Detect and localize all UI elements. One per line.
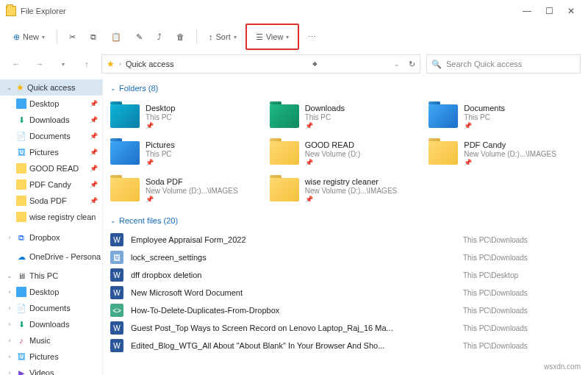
view-icon: ☰ xyxy=(256,32,263,42)
toolbar: ⊕ New ▾ ✂ ⧉ 📋 ✎ ⤴ 🗑 ↕ Sort ▾ ☰ View ▾ ⋯ xyxy=(0,22,588,51)
sidebar-item[interactable]: 🖼Pictures📌 xyxy=(0,144,102,160)
sidebar-label: Downloads xyxy=(29,115,69,124)
file-row[interactable]: W Employee Appraisal Form_2022 This PC\D… xyxy=(110,231,581,249)
pin-icon: 📌 xyxy=(90,197,98,204)
folder-name: wise registry cleaner xyxy=(305,177,398,186)
new-button[interactable]: ⊕ New ▾ xyxy=(7,26,51,47)
folder-location: New Volume (D:)...\IMAGES xyxy=(146,187,238,195)
file-location: This PC\Downloads xyxy=(463,342,581,350)
pictures-icon: 🖼 xyxy=(16,351,26,362)
file-name: Edited_Blog_WTG_All About "About Blank" … xyxy=(131,341,456,350)
pin-icon: 📌 xyxy=(90,116,98,124)
sidebar-dropbox[interactable]: ›⧉Dropbox xyxy=(0,229,102,246)
folder-item[interactable]: Soda PDF New Volume (D:)...\IMAGES 📌 xyxy=(110,172,262,207)
sidebar-item[interactable]: ⬇Downloads📌 xyxy=(0,112,102,128)
file-row[interactable]: W Edited_Blog_WTG_All About "About Blank… xyxy=(110,337,581,354)
folder-item[interactable]: PDF Candy New Volume (D:)...\IMAGES 📌 xyxy=(429,135,581,171)
folder-item[interactable]: Pictures This PC 📌 xyxy=(110,135,262,171)
file-name: Guest Post_Top Ways to Screen Record on … xyxy=(131,324,456,332)
cut-button[interactable]: ✂ xyxy=(63,26,82,47)
up-button[interactable]: ↑ xyxy=(78,55,96,73)
file-row[interactable]: W Guest Post_Top Ways to Screen Record o… xyxy=(110,319,581,337)
sidebar-item[interactable]: PDF Candy📌 xyxy=(0,176,102,193)
sidebar-onedrive[interactable]: ☁OneDrive - Persona xyxy=(0,249,102,265)
folder-name: Documents xyxy=(464,104,505,113)
folder-name: Desktop xyxy=(146,104,175,113)
folder-icon xyxy=(16,212,26,222)
chevron-right-icon: › xyxy=(6,353,13,360)
more-icon: ⋯ xyxy=(308,32,316,42)
folder-item[interactable]: GOOD READ New Volume (D:) 📌 xyxy=(270,135,422,171)
address-path: Quick access xyxy=(126,60,173,68)
minimize-button[interactable]: ― xyxy=(516,0,538,22)
sidebar-item[interactable]: ›▶Videos xyxy=(0,365,102,375)
sidebar-item[interactable]: ›🖼Pictures xyxy=(0,349,102,365)
sidebar-quick-access[interactable]: ⌄ ★ Quick access xyxy=(0,79,102,96)
delete-icon: 🗑 xyxy=(176,32,184,41)
folder-location: New Volume (D:)...\IMAGES xyxy=(305,187,398,195)
share-button[interactable]: ⤴ xyxy=(151,26,168,47)
watermark: wsxdn.com xyxy=(544,362,581,371)
rename-button[interactable]: ✎ xyxy=(130,26,148,47)
sidebar-item[interactable]: ›♪Music xyxy=(0,332,102,349)
sidebar-item[interactable]: 📄Documents📌 xyxy=(0,128,102,144)
more-button[interactable]: ⋯ xyxy=(302,26,322,47)
pc-icon: 🖥 xyxy=(16,271,26,281)
cut-icon: ✂ xyxy=(69,32,76,42)
file-row[interactable]: 🖼 lock_screen_settings This PC\Downloads xyxy=(110,249,581,266)
paste-icon: 📋 xyxy=(111,32,121,42)
sidebar-item[interactable]: ›📄Documents xyxy=(0,300,102,316)
refresh-button[interactable]: ↻ xyxy=(409,60,415,69)
address-bar[interactable]: ★ › Quick access ⌄ ↻ xyxy=(101,54,420,74)
folder-icon xyxy=(110,141,140,165)
sidebar-this-pc[interactable]: ⌄🖥This PC xyxy=(0,268,102,284)
music-icon: ♪ xyxy=(16,335,26,346)
chevron-down-icon[interactable]: ⌄ xyxy=(394,60,400,68)
content: ⌄ Folders (8) Desktop This PC 📌 Download… xyxy=(103,76,588,375)
sidebar-item[interactable]: ›⬇Downloads xyxy=(0,316,102,332)
folder-item[interactable]: Documents This PC 📌 xyxy=(429,99,581,134)
file-location: This PC\Downloads xyxy=(463,307,581,315)
pin-icon: 📌 xyxy=(90,132,98,140)
sidebar-label: OneDrive - Persona xyxy=(29,252,101,261)
sidebar-item[interactable]: GOOD READ📌 xyxy=(0,160,102,176)
chevron-right-icon: › xyxy=(6,369,13,375)
sidebar-item[interactable]: Soda PDF📌 xyxy=(0,193,102,209)
back-button[interactable]: ← xyxy=(7,55,25,73)
search-bar[interactable]: 🔍 Search Quick access xyxy=(426,54,581,74)
paste-button[interactable]: 📋 xyxy=(105,26,127,47)
pictures-icon: 🖼 xyxy=(16,147,26,157)
new-label: New xyxy=(23,32,39,41)
view-button[interactable]: ☰ View ▾ xyxy=(250,26,295,47)
copy-button[interactable]: ⧉ xyxy=(85,26,102,47)
sidebar-label: Downloads xyxy=(29,320,69,329)
forward-button[interactable]: → xyxy=(31,55,49,73)
file-row[interactable]: W dff dropbox deletion This PC\Desktop xyxy=(110,266,581,284)
folder-name: GOOD READ xyxy=(305,140,361,149)
file-row[interactable]: W New Microsoft Word Document This PC\Do… xyxy=(110,284,581,301)
recent-section-header[interactable]: ⌄ Recent files (20) xyxy=(110,216,581,225)
sidebar-item[interactable]: Desktop📌 xyxy=(0,96,102,112)
folder-item[interactable]: Desktop This PC 📌 xyxy=(110,99,262,134)
folder-name: Pictures xyxy=(146,140,175,149)
file-icon: W xyxy=(110,339,123,352)
folder-item[interactable]: wise registry cleaner New Volume (D:)...… xyxy=(270,172,422,207)
sidebar-label: Desktop xyxy=(29,99,59,108)
sort-button[interactable]: ↕ Sort ▾ xyxy=(203,26,243,47)
file-row[interactable]: <> How-To-Delete-Duplicates-From-Dropbox… xyxy=(110,301,581,319)
folders-section-header[interactable]: ⌄ Folders (8) xyxy=(110,84,581,93)
delete-button[interactable]: 🗑 xyxy=(171,26,190,47)
sidebar-label: Pictures xyxy=(29,352,59,361)
sidebar-label: Documents xyxy=(29,132,71,140)
chevron-down-icon[interactable]: ▾ xyxy=(54,55,72,73)
section-label: Recent files (20) xyxy=(119,216,178,225)
downloads-icon: ⬇ xyxy=(16,115,26,125)
downloads-icon: ⬇ xyxy=(16,319,26,329)
folder-item[interactable]: Downloads This PC 📌 xyxy=(270,99,422,134)
maximize-button[interactable]: ☐ xyxy=(538,0,560,22)
close-button[interactable]: ✕ xyxy=(560,0,582,22)
sidebar-label: Documents xyxy=(29,304,71,312)
pin-icon: 📌 xyxy=(146,159,175,166)
sidebar-item[interactable]: ›Desktop xyxy=(0,284,102,300)
sidebar-item[interactable]: wise registry clean xyxy=(0,209,102,225)
